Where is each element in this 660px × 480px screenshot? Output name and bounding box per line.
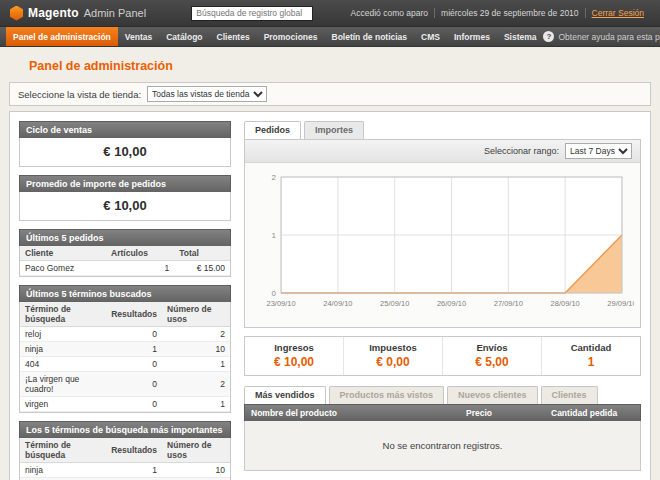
logged-in-as: Accedió como aparo	[345, 8, 435, 18]
column-header-product: Nombre del producto	[245, 405, 460, 421]
tab-importes[interactable]: Importes	[304, 121, 364, 139]
dashboard-main: Pedidos Importes Seleccionar rango: Last…	[244, 121, 641, 480]
nav-item-clientes[interactable]: Clientes	[210, 27, 257, 46]
column-header: Número de usos	[162, 438, 230, 463]
column-header: Artículos	[106, 246, 174, 261]
column-header: Término de búsqueda	[20, 302, 106, 327]
column-header-price: Precio	[460, 405, 545, 421]
column-header: Resultados	[106, 438, 162, 463]
lifetime-sales-value: € 10,00	[19, 138, 231, 167]
svg-text:25/09/10: 25/09/10	[380, 299, 409, 308]
nav-item-informes[interactable]: Informes	[447, 27, 497, 46]
grid-header-row: Nombre del producto Precio Cantidad pedi…	[244, 404, 641, 421]
nav-item-catalogo[interactable]: Catálogo	[159, 27, 209, 46]
tab-nuevos-clientes[interactable]: Nuevos clientes	[447, 386, 538, 404]
stat-label: Impuestos	[344, 342, 442, 353]
magento-logo-icon	[10, 6, 23, 21]
grid-empty-message: No se encontraron registros.	[244, 421, 641, 471]
chart-toolbar: Seleccionar rango: Last 7 Days	[245, 140, 640, 163]
dashboard-sidebar: Ciclo de ventas € 10,00 Promedio de impo…	[19, 121, 231, 480]
search-term-row[interactable]: ninja 1 10	[20, 342, 230, 357]
stat-value: € 0,00	[344, 355, 442, 369]
logout-link[interactable]: Cerrar Sesión	[592, 8, 644, 18]
svg-text:27/09/10: 27/09/10	[494, 299, 523, 308]
search-term-row[interactable]: reloj 0 2	[20, 327, 230, 342]
tab-mas-vendidos[interactable]: Más vendidos	[244, 386, 326, 404]
column-header: Término de búsqueda	[20, 438, 106, 463]
main-nav: Panel de administración Ventas Catálogo …	[0, 27, 660, 47]
svg-text:0: 0	[272, 289, 277, 298]
last-orders-panel: Últimos 5 pedidos Cliente Artículos Tota…	[19, 229, 231, 277]
stat-value: € 5,00	[443, 355, 541, 369]
stat-ingresos: Ingresos € 10,00	[245, 337, 343, 375]
dashboard-content: Ciclo de ventas € 10,00 Promedio de impo…	[9, 111, 651, 480]
last-orders-table: Cliente Artículos Total Paco Gomez 1 € 1…	[20, 246, 230, 276]
totals-bar: Ingresos € 10,00 Impuestos € 0,00 Envíos…	[244, 336, 641, 376]
column-header: Número de usos	[162, 302, 230, 327]
stat-value: € 10,00	[245, 355, 343, 369]
top-search-terms-title: Los 5 términos de búsqueda más important…	[19, 421, 231, 438]
svg-text:2: 2	[272, 173, 277, 182]
header-search-area	[170, 6, 335, 21]
orders-chart-panel: Seleccionar rango: Last 7 Days 01223/09/…	[244, 139, 641, 328]
range-label: Seleccionar rango:	[484, 146, 559, 156]
orders-area-chart: 01223/09/1024/09/1025/09/1026/09/1027/09…	[251, 169, 634, 325]
page-title: Panel de administración	[29, 59, 651, 73]
svg-text:26/09/10: 26/09/10	[437, 299, 466, 308]
global-search-input[interactable]	[191, 6, 313, 21]
stat-value: 1	[542, 355, 640, 369]
nav-item-sistema[interactable]: Sistema	[497, 27, 544, 46]
diagram-tabs: Pedidos Importes	[244, 121, 641, 139]
column-header: Cliente	[20, 246, 106, 261]
average-orders-panel: Promedio de importe de pedidos € 10,00	[19, 175, 231, 221]
store-switcher-select[interactable]: Todas las vistas de tienda	[147, 86, 267, 102]
tab-pedidos[interactable]: Pedidos	[244, 121, 301, 139]
svg-text:29/09/10: 29/09/10	[607, 299, 634, 308]
nav-item-dashboard[interactable]: Panel de administración	[6, 27, 118, 46]
bestsellers-grid: Nombre del producto Precio Cantidad pedi…	[244, 404, 641, 471]
search-term-row[interactable]: virgen 0 1	[20, 397, 230, 412]
svg-text:23/09/10: 23/09/10	[266, 299, 295, 308]
last-search-terms-title: Últimos 5 términos buscados	[19, 285, 231, 302]
lifetime-sales-title: Ciclo de ventas	[19, 121, 231, 138]
orders-chart: 01223/09/1024/09/1025/09/1026/09/1027/09…	[245, 163, 640, 327]
range-select[interactable]: Last 7 Days	[565, 143, 632, 159]
header: Magento Admin Panel Accedió como aparo m…	[0, 0, 660, 27]
nav-help-link[interactable]: ? Obtener ayuda para esta página	[543, 27, 660, 46]
grid-tabs: Más vendidos Productos más vistos Nuevos…	[244, 386, 641, 404]
help-label: Obtener ayuda para esta página	[558, 32, 660, 42]
tab-clientes[interactable]: Clientes	[541, 386, 598, 404]
stat-label: Envíos	[443, 342, 541, 353]
stat-envios: Envíos € 5,00	[442, 337, 541, 375]
column-header-qty: Cantidad pedida	[545, 405, 640, 421]
header-user-info: Accedió como aparo miércoles 29 de septi…	[345, 8, 650, 18]
average-orders-value: € 10,00	[19, 192, 231, 221]
search-term-row[interactable]: ninja 1 10	[20, 463, 230, 478]
nav-item-cms[interactable]: CMS	[414, 27, 447, 46]
svg-text:28/09/10: 28/09/10	[551, 299, 580, 308]
top-search-terms-table: Término de búsqueda Resultados Número de…	[20, 438, 230, 480]
help-icon: ?	[543, 31, 554, 42]
nav-item-ventas[interactable]: Ventas	[118, 27, 159, 46]
last-orders-title: Últimos 5 pedidos	[19, 229, 231, 246]
average-orders-title: Promedio de importe de pedidos	[19, 175, 231, 192]
tab-productos-mas-vistos[interactable]: Productos más vistos	[329, 386, 445, 404]
magento-logo: Magento Admin Panel	[10, 6, 160, 21]
order-row[interactable]: Paco Gomez 1 € 15.00	[20, 261, 230, 276]
header-date: miércoles 29 de septiembre de 2010	[434, 8, 585, 18]
nav-item-boletin[interactable]: Boletín de noticias	[325, 27, 415, 46]
content-area: Panel de administración Seleccione la vi…	[0, 47, 660, 480]
column-header: Total	[174, 246, 230, 261]
stat-label: Cantidad	[542, 342, 640, 353]
column-header: Resultados	[106, 302, 162, 327]
store-switcher-label: Seleccione la vista de tienda:	[18, 89, 141, 100]
store-switcher-bar: Seleccione la vista de tienda: Todas las…	[9, 82, 651, 106]
nav-item-promociones[interactable]: Promociones	[257, 27, 325, 46]
logo-subtitle: Admin Panel	[84, 7, 146, 19]
lifetime-sales-panel: Ciclo de ventas € 10,00	[19, 121, 231, 167]
search-term-row[interactable]: ¡La virgen que cuadro! 0 2	[20, 372, 230, 397]
search-term-row[interactable]: 404 0 1	[20, 357, 230, 372]
last-search-terms-table: Término de búsqueda Resultados Número de…	[20, 302, 230, 412]
svg-text:24/09/10: 24/09/10	[323, 299, 352, 308]
top-search-terms-panel: Los 5 términos de búsqueda más important…	[19, 421, 231, 480]
